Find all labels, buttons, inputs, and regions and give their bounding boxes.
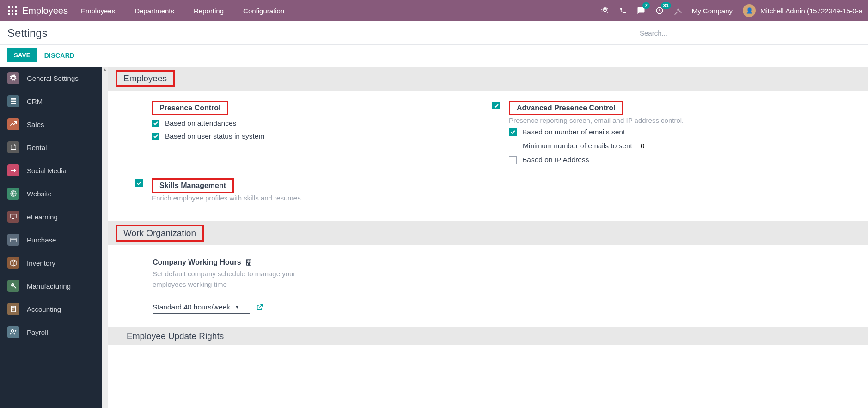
content-scrollbar[interactable]: ▲ <box>102 67 108 408</box>
debug-icon[interactable] <box>601 6 609 15</box>
checkbox-user-status[interactable] <box>152 133 159 140</box>
min-emails-label: Minimum number of emails to sent <box>523 142 632 150</box>
top-navbar: Employees Employees Departments Reportin… <box>0 0 868 21</box>
chat-icon[interactable]: 7 <box>637 6 645 15</box>
sidebar-item-purchase[interactable]: Purchase <box>0 228 102 251</box>
sidebar-item-crm[interactable]: CRM <box>0 90 102 113</box>
tools-icon[interactable] <box>674 7 682 15</box>
sidebar-item-accounting[interactable]: Accounting <box>0 297 102 321</box>
checkbox-advanced-presence[interactable] <box>492 102 500 109</box>
work-org-heading: Work Organization <box>116 225 204 242</box>
employees-heading: Employees <box>116 70 175 87</box>
sidebar-item-label: Social Media <box>27 167 67 175</box>
activity-badge: 31 <box>661 2 671 9</box>
search-input[interactable] <box>639 27 861 39</box>
sidebar-item-payroll[interactable]: Payroll <box>0 321 102 344</box>
sidebar-item-elearning[interactable]: eLearning <box>0 205 102 228</box>
checkbox-ip[interactable] <box>509 156 517 164</box>
svg-rect-2 <box>15 6 17 8</box>
phone-icon[interactable] <box>619 7 627 14</box>
page-title: Settings <box>7 27 48 40</box>
app-brand[interactable]: Employees <box>22 6 68 16</box>
svg-rect-23 <box>247 262 248 262</box>
sidebar-item-label: Purchase <box>27 236 56 244</box>
opt-status-label: Based on user status in system <box>165 132 264 140</box>
building-icon <box>245 259 252 266</box>
skills-desc: Enrich employee profiles with skills and… <box>152 194 474 202</box>
sidebar-item-label: Accounting <box>27 305 61 313</box>
activity-icon[interactable]: 31 <box>655 6 664 15</box>
section-header-employees: Employees <box>108 67 868 91</box>
svg-rect-15 <box>12 218 14 219</box>
working-hours-title: Company Working Hours <box>153 258 252 267</box>
svg-rect-16 <box>11 238 16 242</box>
sidebar-item-label: Manufacturing <box>27 282 71 290</box>
sidebar-item-label: General Settings <box>27 74 79 82</box>
settings-sidebar: General Settings CRM Sales Rental Social… <box>0 67 102 408</box>
svg-rect-10 <box>11 145 16 149</box>
min-emails-input[interactable] <box>640 141 723 151</box>
svg-point-19 <box>11 330 13 332</box>
settings-content: Employees Presence Control Based on atte… <box>108 67 868 408</box>
working-hours-select[interactable]: Standard 40 hours/week ▼ <box>153 302 250 314</box>
user-name: Mitchell Admin (15722349-15-0-a <box>760 7 862 15</box>
svg-rect-8 <box>15 13 17 15</box>
sidebar-item-social[interactable]: Social Media <box>0 159 102 182</box>
save-button[interactable]: SAVE <box>7 48 37 62</box>
svg-rect-12 <box>14 144 15 145</box>
sidebar-item-label: eLearning <box>27 213 58 221</box>
opt-emails-label: Based on number of emails sent <box>522 128 625 136</box>
menu-departments[interactable]: Departments <box>134 7 174 15</box>
svg-rect-7 <box>12 13 13 15</box>
company-selector[interactable]: My Company <box>692 7 733 15</box>
svg-rect-14 <box>11 214 16 218</box>
svg-rect-21 <box>247 261 248 261</box>
chevron-down-icon: ▼ <box>235 304 239 309</box>
discard-button[interactable]: DISCARD <box>44 52 75 59</box>
presence-control-title: Presence Control <box>152 101 474 116</box>
svg-rect-4 <box>12 10 13 12</box>
opt-ip-label: Based on IP Address <box>522 156 589 164</box>
section-header-update-rights: Employee Update Rights <box>108 327 868 345</box>
menu-configuration[interactable]: Configuration <box>243 7 284 15</box>
checkbox-skills[interactable] <box>135 179 143 187</box>
svg-rect-11 <box>12 144 12 145</box>
opt-attendance-label: Based on attendances <box>165 119 236 127</box>
svg-rect-0 <box>8 6 10 8</box>
sidebar-item-website[interactable]: Website <box>0 182 102 205</box>
sidebar-item-label: Sales <box>27 121 44 128</box>
svg-rect-6 <box>8 13 10 15</box>
svg-rect-3 <box>8 10 10 12</box>
sidebar-item-sales[interactable]: Sales <box>0 113 102 136</box>
user-menu[interactable]: 👤 Mitchell Admin (15722349-15-0-a <box>743 4 862 17</box>
sidebar-item-rental[interactable]: Rental <box>0 136 102 159</box>
apps-icon[interactable] <box>3 6 22 15</box>
action-bar: SAVE DISCARD <box>0 45 868 67</box>
top-menu: Employees Departments Reporting Configur… <box>81 7 284 15</box>
checkbox-attendance[interactable] <box>152 120 159 127</box>
svg-rect-18 <box>11 306 15 312</box>
section-header-work-org: Work Organization <box>108 221 868 245</box>
svg-rect-24 <box>249 262 250 262</box>
external-link-icon[interactable] <box>256 303 263 312</box>
menu-employees[interactable]: Employees <box>81 7 115 15</box>
skills-title: Skills Management <box>152 178 474 194</box>
svg-rect-17 <box>11 239 16 240</box>
svg-rect-22 <box>249 261 250 261</box>
sidebar-item-label: Payroll <box>27 328 48 336</box>
checkbox-emails[interactable] <box>509 128 517 136</box>
menu-reporting[interactable]: Reporting <box>194 7 224 15</box>
sidebar-item-label: CRM <box>27 97 43 105</box>
svg-rect-25 <box>248 264 249 265</box>
advanced-presence-desc: Presence reporting screen, email and IP … <box>509 116 831 124</box>
advanced-presence-title: Advanced Presence Control <box>509 101 831 116</box>
svg-rect-5 <box>15 10 17 12</box>
update-rights-heading: Employee Update Rights <box>127 331 224 341</box>
sidebar-item-general[interactable]: General Settings <box>0 67 102 90</box>
working-hours-desc: Set default company schedule to manage y… <box>153 268 305 290</box>
sidebar-item-label: Website <box>27 190 52 198</box>
sidebar-item-manufacturing[interactable]: Manufacturing <box>0 274 102 297</box>
sidebar-item-inventory[interactable]: Inventory <box>0 251 102 274</box>
sidebar-item-label: Rental <box>27 144 47 151</box>
svg-rect-1 <box>12 6 13 8</box>
